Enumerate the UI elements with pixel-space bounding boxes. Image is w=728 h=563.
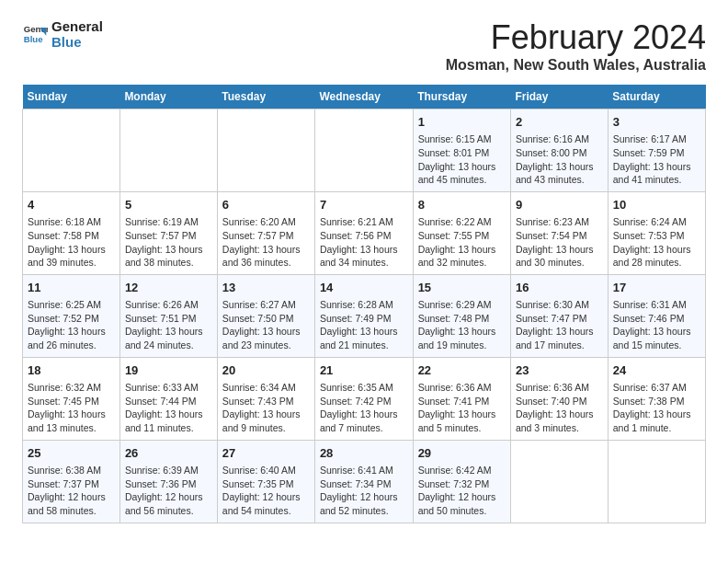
day-info: Sunrise: 6:22 AM bbox=[418, 215, 506, 229]
calendar-cell: 2Sunrise: 6:16 AMSunset: 8:00 PMDaylight… bbox=[510, 109, 608, 192]
day-info: Daylight: 13 hours bbox=[222, 408, 310, 421]
day-info: Sunrise: 6:38 AM bbox=[28, 464, 115, 477]
day-info: Daylight: 13 hours bbox=[320, 325, 408, 339]
day-info: Daylight: 13 hours bbox=[418, 325, 506, 339]
day-info: Daylight: 13 hours bbox=[613, 160, 700, 174]
day-info: and 7 minutes. bbox=[320, 421, 408, 435]
day-info: Daylight: 13 hours bbox=[516, 243, 603, 257]
day-info: Daylight: 13 hours bbox=[418, 160, 506, 174]
calendar-cell: 17Sunrise: 6:31 AMSunset: 7:46 PMDayligh… bbox=[608, 274, 705, 357]
day-info: Daylight: 13 hours bbox=[418, 243, 506, 257]
calendar-cell: 11Sunrise: 6:25 AMSunset: 7:52 PMDayligh… bbox=[23, 274, 120, 357]
day-info: Sunrise: 6:35 AM bbox=[320, 381, 408, 395]
day-number: 5 bbox=[125, 197, 212, 213]
day-number: 14 bbox=[320, 280, 408, 296]
title-section: February 2024 Mosman, New South Wales, A… bbox=[446, 18, 706, 74]
day-info: Sunset: 7:40 PM bbox=[516, 395, 603, 408]
day-info: Sunrise: 6:36 AM bbox=[418, 381, 506, 395]
calendar-cell: 26Sunrise: 6:39 AMSunset: 7:36 PMDayligh… bbox=[119, 440, 217, 523]
calendar-cell: 16Sunrise: 6:30 AMSunset: 7:47 PMDayligh… bbox=[510, 274, 608, 357]
day-info: and 17 minutes. bbox=[516, 339, 603, 352]
day-info: Daylight: 13 hours bbox=[222, 325, 310, 339]
day-number: 13 bbox=[222, 280, 310, 296]
day-number: 22 bbox=[418, 362, 506, 379]
day-info: and 23 minutes. bbox=[222, 339, 310, 352]
day-info: Sunrise: 6:36 AM bbox=[516, 381, 603, 395]
day-info: and 36 minutes. bbox=[222, 256, 310, 270]
calendar-header-tuesday: Tuesday bbox=[217, 85, 314, 109]
calendar-cell: 23Sunrise: 6:36 AMSunset: 7:40 PMDayligh… bbox=[510, 357, 608, 440]
day-info: Daylight: 13 hours bbox=[613, 408, 700, 421]
day-info: Sunset: 7:43 PM bbox=[222, 395, 310, 408]
day-info: and 21 minutes. bbox=[320, 339, 408, 352]
day-number: 1 bbox=[418, 114, 506, 131]
day-number: 12 bbox=[125, 280, 212, 296]
day-info: Sunset: 7:47 PM bbox=[516, 312, 603, 326]
day-info: Sunrise: 6:16 AM bbox=[516, 132, 603, 146]
day-info: and 13 minutes. bbox=[28, 421, 115, 435]
day-info: Sunset: 7:52 PM bbox=[28, 312, 115, 326]
calendar-cell: 22Sunrise: 6:36 AMSunset: 7:41 PMDayligh… bbox=[413, 357, 510, 440]
day-info: Sunset: 7:57 PM bbox=[222, 229, 310, 243]
day-info: Sunrise: 6:18 AM bbox=[28, 215, 115, 229]
day-info: Daylight: 12 hours bbox=[125, 490, 212, 504]
day-number: 9 bbox=[516, 197, 603, 213]
day-info: Sunrise: 6:26 AM bbox=[125, 298, 212, 312]
day-info: and 39 minutes. bbox=[28, 256, 115, 270]
calendar-cell: 24Sunrise: 6:37 AMSunset: 7:38 PMDayligh… bbox=[608, 357, 705, 440]
day-info: and 5 minutes. bbox=[418, 421, 506, 435]
day-info: Sunset: 7:37 PM bbox=[28, 477, 115, 491]
day-number: 28 bbox=[320, 445, 408, 462]
day-info: Sunset: 7:41 PM bbox=[418, 395, 506, 408]
calendar-cell bbox=[608, 440, 705, 523]
calendar-week-row: 1Sunrise: 6:15 AMSunset: 8:01 PMDaylight… bbox=[23, 109, 706, 192]
day-info: Daylight: 13 hours bbox=[320, 408, 408, 421]
calendar-header-saturday: Saturday bbox=[608, 85, 705, 109]
day-info: Sunrise: 6:21 AM bbox=[320, 215, 408, 229]
subtitle: Mosman, New South Wales, Australia bbox=[446, 57, 706, 74]
day-number: 26 bbox=[125, 445, 212, 462]
main-title: February 2024 bbox=[446, 18, 706, 57]
day-info: Sunset: 7:48 PM bbox=[418, 312, 506, 326]
day-info: Sunset: 8:00 PM bbox=[516, 146, 603, 160]
logo-line2: Blue bbox=[51, 34, 103, 50]
day-info: Daylight: 13 hours bbox=[613, 325, 700, 339]
day-number: 20 bbox=[222, 362, 310, 379]
day-info: Sunset: 7:32 PM bbox=[418, 477, 506, 491]
day-info: and 56 minutes. bbox=[125, 504, 212, 518]
calendar-cell bbox=[510, 440, 608, 523]
calendar-cell: 15Sunrise: 6:29 AMSunset: 7:48 PMDayligh… bbox=[413, 274, 510, 357]
day-info: and 30 minutes. bbox=[516, 256, 603, 270]
calendar-cell: 4Sunrise: 6:18 AMSunset: 7:58 PMDaylight… bbox=[23, 191, 120, 274]
day-info: Sunset: 7:36 PM bbox=[125, 477, 212, 491]
day-info: and 1 minute. bbox=[613, 421, 700, 435]
day-info: and 58 minutes. bbox=[28, 504, 115, 518]
day-info: Sunrise: 6:17 AM bbox=[613, 132, 700, 146]
calendar-cell bbox=[217, 109, 314, 192]
day-info: Sunset: 7:34 PM bbox=[320, 477, 408, 491]
day-info: Daylight: 13 hours bbox=[320, 243, 408, 257]
day-info: Sunset: 7:49 PM bbox=[320, 312, 408, 326]
day-info: and 3 minutes. bbox=[516, 421, 603, 435]
day-number: 16 bbox=[516, 280, 603, 296]
day-info: Daylight: 13 hours bbox=[222, 243, 310, 257]
day-number: 3 bbox=[613, 114, 700, 131]
day-info: Sunset: 7:46 PM bbox=[613, 312, 700, 326]
day-info: Sunrise: 6:41 AM bbox=[320, 464, 408, 477]
day-number: 8 bbox=[418, 197, 506, 213]
calendar-cell bbox=[314, 109, 413, 192]
day-info: and 45 minutes. bbox=[418, 173, 506, 187]
day-number: 15 bbox=[418, 280, 506, 296]
calendar-cell: 6Sunrise: 6:20 AMSunset: 7:57 PMDaylight… bbox=[217, 191, 314, 274]
calendar-header-row: SundayMondayTuesdayWednesdayThursdayFrid… bbox=[23, 85, 706, 109]
day-number: 17 bbox=[613, 280, 700, 296]
day-info: Sunrise: 6:20 AM bbox=[222, 215, 310, 229]
day-info: Daylight: 12 hours bbox=[418, 490, 506, 504]
calendar-week-row: 25Sunrise: 6:38 AMSunset: 7:37 PMDayligh… bbox=[23, 440, 706, 523]
day-info: Sunrise: 6:28 AM bbox=[320, 298, 408, 312]
day-number: 25 bbox=[28, 445, 115, 462]
calendar-cell: 18Sunrise: 6:32 AMSunset: 7:45 PMDayligh… bbox=[23, 357, 120, 440]
day-info: Daylight: 13 hours bbox=[28, 325, 115, 339]
calendar-cell: 27Sunrise: 6:40 AMSunset: 7:35 PMDayligh… bbox=[217, 440, 314, 523]
day-number: 23 bbox=[516, 362, 603, 379]
